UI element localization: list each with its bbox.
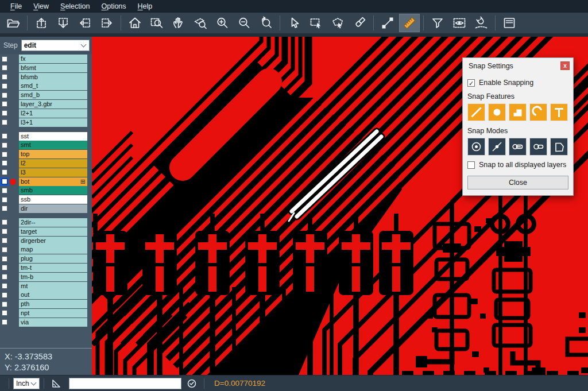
- layer-visibility-checkbox[interactable]: [0, 100, 9, 109]
- filter-button[interactable]: [427, 14, 448, 32]
- measure-input[interactable]: [69, 378, 181, 389]
- open-button[interactable]: [3, 14, 24, 32]
- layer-label[interactable]: 2dir--: [19, 218, 87, 227]
- zoom-in-button[interactable]: [212, 14, 233, 32]
- layer-label[interactable]: l2: [19, 159, 87, 168]
- layer-label[interactable]: smb: [19, 186, 87, 195]
- menu-item-view[interactable]: View: [28, 0, 55, 13]
- menu-item-selection[interactable]: Selection: [55, 0, 95, 13]
- layer-visibility-checkbox[interactable]: [0, 168, 9, 177]
- layer-label[interactable]: smd_t: [19, 82, 87, 90]
- surface-snap-button[interactable]: [509, 103, 527, 121]
- layer-visibility-checkbox[interactable]: [0, 73, 9, 82]
- view-options-button[interactable]: [449, 14, 470, 32]
- pan-hand-button[interactable]: [168, 14, 189, 32]
- layer-visibility-checkbox[interactable]: [0, 55, 9, 63]
- layer-visibility-checkbox[interactable]: [0, 186, 9, 195]
- layer-visibility-checkbox[interactable]: [0, 118, 9, 127]
- layer-visibility-checkbox[interactable]: [0, 282, 9, 291]
- layer-visibility-checkbox[interactable]: [0, 309, 9, 318]
- close-button[interactable]: Close: [467, 176, 568, 189]
- layer-label[interactable]: npt: [19, 309, 87, 318]
- zoom-home-button[interactable]: [125, 14, 145, 32]
- enable-snapping-checkbox[interactable]: ✓: [467, 79, 475, 87]
- layer-label[interactable]: l3: [19, 168, 87, 177]
- layer-visibility-checkbox[interactable]: [0, 195, 9, 204]
- measure-point-to-point-button[interactable]: [377, 14, 398, 32]
- layer-visibility-checkbox[interactable]: [0, 141, 9, 149]
- zoom-previous-button[interactable]: [256, 14, 276, 32]
- layer-label[interactable]: out: [19, 291, 87, 299]
- pan-right-button[interactable]: [96, 14, 117, 32]
- menu-item-options[interactable]: Options: [95, 0, 131, 13]
- pcb-canvas[interactable]: Snap Settings x ✓ Enable Snapping Snap F…: [92, 37, 588, 375]
- layer-visibility-checkbox[interactable]: [0, 273, 9, 281]
- dialog-title-bar[interactable]: Snap Settings x: [463, 58, 573, 71]
- layer-label[interactable]: top: [19, 150, 87, 158]
- refresh-icon[interactable]: [185, 377, 199, 390]
- zoom-object-button[interactable]: [190, 14, 211, 32]
- layer-label[interactable]: l2+1: [19, 109, 87, 118]
- unit-combo[interactable]: Inch: [13, 378, 40, 389]
- layer-visibility-checkbox[interactable]: [0, 64, 9, 72]
- pan-up-button[interactable]: [31, 14, 52, 32]
- arc-snap-button[interactable]: [529, 103, 547, 121]
- layer-label[interactable]: dirgerber: [19, 237, 87, 245]
- menu-item-help[interactable]: Help: [132, 0, 158, 13]
- zoom-window-button[interactable]: [146, 14, 167, 32]
- layer-visibility-checkbox[interactable]: [0, 318, 9, 327]
- measure-ruler-button[interactable]: [399, 14, 420, 32]
- layer-visibility-checkbox[interactable]: [0, 132, 9, 141]
- layer-label[interactable]: bfsmt: [19, 64, 87, 72]
- layer-label[interactable]: sst: [19, 132, 87, 141]
- layer-label[interactable]: fx: [19, 55, 87, 63]
- layer-label[interactable]: smd_b: [19, 91, 87, 99]
- layers-panel-button[interactable]: [499, 14, 520, 32]
- layer-visibility-checkbox[interactable]: [0, 264, 9, 272]
- layer-label[interactable]: dir: [19, 204, 87, 213]
- select-polygon-button[interactable]: [327, 14, 348, 32]
- text-snap-button[interactable]: [550, 103, 568, 121]
- layer-visibility-checkbox[interactable]: [0, 300, 9, 308]
- layer-visibility-checkbox[interactable]: [0, 254, 9, 263]
- layer-visibility-checkbox[interactable]: [0, 159, 9, 168]
- layer-visibility-checkbox[interactable]: [0, 91, 9, 99]
- layer-label[interactable]: tm-b: [19, 273, 87, 281]
- layer-label[interactable]: bfsmb: [19, 73, 87, 82]
- layer-label[interactable]: l3+1: [19, 118, 87, 127]
- layer-label[interactable]: ssb: [19, 195, 87, 204]
- layer-visibility-checkbox[interactable]: [0, 177, 9, 186]
- layer-label[interactable]: plug: [19, 254, 87, 263]
- layer-visibility-checkbox[interactable]: [0, 204, 9, 213]
- pad-exit-snap-button[interactable]: [529, 138, 547, 156]
- layer-label[interactable]: pth: [19, 300, 87, 308]
- layer-visibility-checkbox[interactable]: [0, 227, 9, 236]
- layer-label[interactable]: mt: [19, 282, 87, 291]
- pad-entry-snap-button[interactable]: [509, 138, 527, 156]
- center-snap-button[interactable]: [467, 138, 485, 156]
- closest-point-snap-button[interactable]: [488, 138, 506, 156]
- menu-item-file[interactable]: File: [5, 0, 28, 13]
- pad-snap-button[interactable]: [488, 103, 506, 121]
- snap-all-layers-row[interactable]: Snap to all displayed layers: [467, 161, 568, 169]
- layer-visibility-checkbox[interactable]: [0, 109, 9, 118]
- layer-label[interactable]: bot⊞: [19, 177, 87, 186]
- layer-visibility-checkbox[interactable]: [0, 245, 9, 254]
- select-arrow-button[interactable]: [284, 14, 304, 32]
- enable-snapping-row[interactable]: ✓ Enable Snapping: [467, 79, 568, 87]
- close-icon[interactable]: x: [560, 61, 570, 70]
- layer-label[interactable]: target: [19, 227, 87, 236]
- layer-label[interactable]: smt: [19, 141, 87, 149]
- line-snap-button[interactable]: [467, 103, 485, 121]
- pan-down-button[interactable]: [53, 14, 74, 32]
- layer-visibility-checkbox[interactable]: [0, 82, 9, 90]
- layer-label[interactable]: map: [19, 245, 87, 254]
- layer-visibility-checkbox[interactable]: [0, 150, 9, 158]
- angle-icon[interactable]: [49, 377, 63, 390]
- layer-visibility-checkbox[interactable]: [0, 218, 9, 227]
- step-combo[interactable]: edit: [21, 40, 90, 51]
- select-rectangle-button[interactable]: [305, 14, 326, 32]
- zoom-out-button[interactable]: [234, 14, 254, 32]
- layer-visibility-checkbox[interactable]: [0, 291, 9, 299]
- layer-label[interactable]: via: [19, 318, 87, 327]
